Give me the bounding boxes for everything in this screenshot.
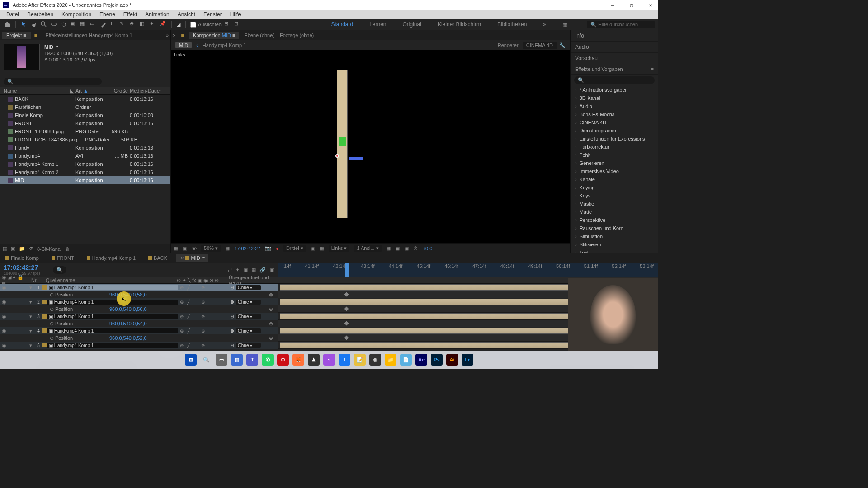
- taskbar-lightroom-icon[interactable]: Lr: [462, 354, 473, 366]
- project-item[interactable]: Handy.mp4AVI... MB0:00:13:16: [0, 152, 170, 160]
- minimize-button[interactable]: —: [608, 2, 618, 8]
- effects-category[interactable]: Simulation: [571, 232, 658, 240]
- timeline-layer-row[interactable]: ◉▾2▣ Handy.mp4 Komp 1⊛ ╱ ⊚⊚Ohne ▾⊙Positi…: [0, 298, 278, 313]
- effects-category[interactable]: Stilisieren: [571, 240, 658, 249]
- taskbar-aftereffects-icon[interactable]: Ae: [415, 354, 427, 366]
- effects-category[interactable]: Fehlt: [571, 151, 658, 159]
- project-item[interactable]: FRONT_RGB_1840886.pngPNG-Datei503 KB: [0, 136, 170, 144]
- tab-komposition[interactable]: Komposition MID ≡: [189, 32, 239, 39]
- tl-opt1-icon[interactable]: ⇄: [228, 267, 232, 273]
- workspace-bibliotheken[interactable]: Bibliotheken: [494, 19, 530, 29]
- taskbar-notes-icon[interactable]: 📝: [354, 354, 366, 366]
- effects-category[interactable]: Keying: [571, 183, 658, 192]
- color-swatches[interactable]: ◪: [176, 22, 181, 28]
- vf-opt2-icon[interactable]: ▣: [395, 245, 400, 251]
- tl-opt5-icon[interactable]: 🔗: [259, 267, 266, 273]
- tl-opt4-icon[interactable]: ▦: [251, 267, 256, 273]
- views-count-dropdown[interactable]: 1 Ansi... ▾: [354, 245, 381, 252]
- close-button[interactable]: ✕: [646, 2, 656, 8]
- effects-tree[interactable]: * Animationsvorgaben3D-KanalAudioBoris F…: [571, 86, 658, 253]
- menu-effekt[interactable]: Effekt: [120, 10, 141, 19]
- project-item[interactable]: HandyKomposition0:00:13:16: [0, 144, 170, 152]
- vf-opt3-icon[interactable]: ▣: [404, 245, 409, 251]
- effects-category[interactable]: Audio: [571, 102, 658, 110]
- timeline-layer-row[interactable]: ◉▾5▣ Handy.mp4 Komp 1⊛ ╱ ⊚⊚Ohne ▾: [0, 342, 278, 349]
- effects-category[interactable]: Text: [571, 249, 658, 253]
- effects-category[interactable]: Dienstprogramm: [571, 127, 658, 135]
- workspace-lernen[interactable]: Lernen: [366, 19, 390, 29]
- renderer-settings-icon[interactable]: 🔧: [559, 42, 566, 48]
- menu-fenster[interactable]: Fenster: [200, 10, 226, 19]
- panel-menu-icon[interactable]: »: [166, 33, 169, 38]
- vf-alpha-icon[interactable]: ▦: [174, 245, 178, 251]
- y-axis-gizmo[interactable]: [339, 137, 346, 146]
- anchor-point-gizmo[interactable]: [335, 154, 339, 158]
- tab-ebene[interactable]: Ebene (ohne): [244, 33, 274, 38]
- timeline-timecode[interactable]: 17:02:42:27: [4, 264, 40, 271]
- effects-category[interactable]: * Animationsvorgaben: [571, 86, 658, 94]
- clone-tool-icon[interactable]: ⊕: [130, 21, 137, 28]
- workspace-more-icon[interactable]: »: [539, 19, 550, 29]
- orbit-tool-icon[interactable]: [50, 21, 57, 28]
- effects-category[interactable]: Boris FX Mocha: [571, 110, 658, 118]
- project-search-input[interactable]: 🔍: [4, 78, 102, 85]
- viewer-content-object[interactable]: [337, 70, 348, 218]
- vf-timer-icon[interactable]: ⏱: [413, 246, 418, 251]
- project-item[interactable]: Handy.mp4 Komp 1Komposition0:00:13:16: [0, 160, 170, 168]
- pan-behind-tool-icon[interactable]: ▦: [80, 21, 87, 28]
- panel-audio[interactable]: Audio: [571, 42, 658, 53]
- brush-tool-icon[interactable]: ✎: [120, 21, 127, 28]
- camera-tool-icon[interactable]: ▣: [70, 21, 77, 28]
- breadcrumb-parent[interactable]: Handy.mp4 Komp 1: [203, 42, 246, 48]
- menu-ebene[interactable]: Ebene: [96, 10, 119, 19]
- taskbar-teams-icon[interactable]: T: [246, 354, 258, 366]
- project-item[interactable]: Handy.mp4 Komp 2Komposition0:00:13:16: [0, 168, 170, 176]
- effects-category[interactable]: Matte: [571, 208, 658, 216]
- taskbar-files-icon[interactable]: 📁: [385, 354, 396, 366]
- timeline-tab[interactable]: Finale Komp: [2, 254, 42, 262]
- rect-tool-icon[interactable]: ▭: [90, 21, 97, 28]
- rotate-tool-icon[interactable]: [60, 21, 67, 28]
- timeline-layer-row[interactable]: ◉▾3▣ Handy.mp4 Komp 1⊛ ╱ ⊚⊚Ohne ▾⊙Positi…: [0, 313, 278, 327]
- vf-channel-icon[interactable]: ▣: [183, 245, 187, 251]
- z-axis-gizmo[interactable]: [349, 157, 363, 160]
- trash-icon[interactable]: 🗑: [65, 246, 70, 252]
- taskbar-search-icon[interactable]: 🔍: [200, 354, 212, 366]
- workspace-kleiner bildschirm[interactable]: Kleiner Bildschirm: [434, 19, 485, 29]
- help-search-input[interactable]: 🔍 Hilfe durchsuchen: [587, 21, 655, 28]
- menu-animation[interactable]: Animation: [142, 10, 173, 19]
- effects-category[interactable]: Immersives Video: [571, 167, 658, 175]
- project-item[interactable]: BACKKomposition0:00:13:16: [0, 95, 170, 103]
- text-tool-icon[interactable]: T: [110, 21, 117, 28]
- home-icon[interactable]: [4, 21, 11, 28]
- tl-opt2-icon[interactable]: ✦: [236, 267, 240, 273]
- new-folder-icon[interactable]: 📁: [19, 246, 25, 252]
- project-column-headers[interactable]: Name ◣ Art ▲ Größe Medien-Dauer: [0, 87, 170, 95]
- breadcrumb-back-icon[interactable]: ‹: [196, 42, 198, 48]
- panel-effects[interactable]: Effekte und Vorgaben≡: [571, 64, 658, 75]
- project-item[interactable]: FRONTKomposition0:00:13:16: [0, 119, 170, 127]
- menu-datei[interactable]: Datei: [3, 10, 23, 19]
- timeline-tab[interactable]: FRONT: [48, 254, 78, 262]
- composition-viewer[interactable]: Links: [171, 50, 570, 243]
- roto-tool-icon[interactable]: ✦: [150, 21, 157, 28]
- tab-footage[interactable]: Footage (ohne): [280, 33, 314, 38]
- timeline-tab[interactable]: BACK: [145, 254, 171, 262]
- tl-opt3-icon[interactable]: ▣: [243, 267, 248, 273]
- project-item[interactable]: Finale KompKomposition0:00:10:00: [0, 111, 170, 119]
- taskbar-illustrator-icon[interactable]: Ai: [446, 354, 458, 366]
- project-list[interactable]: BACKKomposition0:00:13:16FarbflächenOrdn…: [0, 95, 170, 244]
- taskbar-photoshop-icon[interactable]: Ps: [431, 354, 443, 366]
- tab-effekteinstellungen[interactable]: Effekteinstellungen Handy.mp4 Komp 1: [41, 32, 137, 39]
- project-item[interactable]: MIDKomposition0:00:13:16: [0, 176, 170, 184]
- vf-mask-icon[interactable]: 👁: [192, 246, 197, 251]
- taskbar-notepad-icon[interactable]: 📄: [400, 354, 412, 366]
- workspace-original[interactable]: Original: [399, 19, 425, 29]
- zoom-tool-icon[interactable]: [40, 21, 47, 28]
- playhead[interactable]: [345, 263, 349, 277]
- taskbar-messenger-icon[interactable]: ~: [323, 354, 335, 366]
- effects-category[interactable]: Farbkorrektur: [571, 143, 658, 151]
- menu-bearbeiten[interactable]: Bearbeiten: [24, 10, 57, 19]
- view-dropdown[interactable]: Links ▾: [329, 245, 350, 252]
- effects-category[interactable]: 3D-Kanal: [571, 94, 658, 102]
